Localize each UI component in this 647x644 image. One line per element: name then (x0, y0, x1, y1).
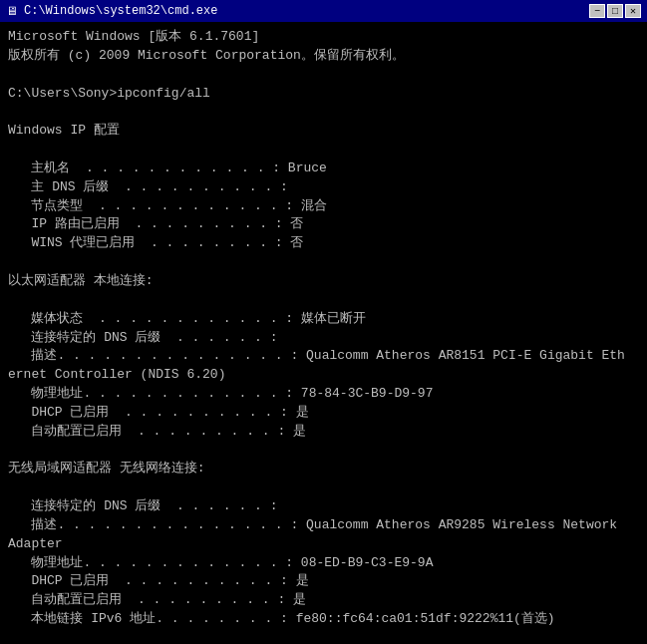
line-13 (8, 253, 639, 272)
line-24: 无线局域网适配器 无线网络连接: (8, 460, 639, 479)
ipv4-line: IPv4 地址 . . . . . . . . . . . : 192.168.… (8, 629, 639, 644)
line-32: 本地链接 IPv6 地址. . . . . . . . : fe80::fc64… (8, 610, 639, 629)
line-31: 自动配置已启用 . . . . . . . . . : 是 (8, 591, 639, 610)
title-bar: 🖥 C:\Windows\system32\cmd.exe − □ ✕ (0, 0, 647, 22)
line-27: 描述. . . . . . . . . . . . . . . : Qualco… (8, 516, 639, 535)
line-16: 媒体状态 . . . . . . . . . . . . : 媒体已断开 (8, 310, 639, 329)
minimize-button[interactable]: − (589, 4, 605, 18)
restore-button[interactable]: □ (607, 4, 623, 18)
line-5 (8, 103, 639, 122)
title-bar-left: 🖥 C:\Windows\system32\cmd.exe (6, 4, 217, 19)
cmd-window: Microsoft Windows [版本 6.1.7601] 版权所有 (c)… (0, 22, 647, 644)
line-10: 节点类型 . . . . . . . . . . . . : 混合 (8, 197, 639, 216)
line-29: 物理地址. . . . . . . . . . . . . : 08-ED-B9… (8, 554, 639, 573)
line-17: 连接特定的 DNS 后缀 . . . . . . : (8, 329, 639, 348)
line-7 (8, 141, 639, 160)
line-28: Adapter (8, 535, 639, 554)
line-4: C:\Users\Sony>ipconfig/all (8, 85, 639, 104)
line-9: 主 DNS 后缀 . . . . . . . . . . : (8, 178, 639, 197)
line-22: 自动配置已启用 . . . . . . . . . : 是 (8, 423, 639, 442)
line-8: 主机名 . . . . . . . . . . . . : Bruce (8, 160, 639, 178)
line-25 (8, 479, 639, 497)
line-2: 版权所有 (c) 2009 Microsoft Corporation。保留所有… (8, 47, 639, 66)
line-14: 以太网适配器 本地连接: (8, 272, 639, 291)
line-18: 描述. . . . . . . . . . . . . . . : Qualco… (8, 347, 639, 366)
line-20: 物理地址. . . . . . . . . . . . . : 78-84-3C… (8, 385, 639, 404)
line-15 (8, 291, 639, 310)
line-12: WINS 代理已启用 . . . . . . . . : 否 (8, 234, 639, 253)
line-21: DHCP 已启用 . . . . . . . . . . : 是 (8, 404, 639, 423)
line-11: IP 路由已启用 . . . . . . . . . : 否 (8, 215, 639, 234)
window-title: C:\Windows\system32\cmd.exe (24, 4, 217, 18)
line-23 (8, 442, 639, 461)
line-6: Windows IP 配置 (8, 122, 639, 141)
cmd-icon: 🖥 (6, 4, 18, 19)
close-button[interactable]: ✕ (625, 4, 641, 18)
line-19: ernet Controller (NDIS 6.20) (8, 366, 639, 385)
line-30: DHCP 已启用 . . . . . . . . . . : 是 (8, 572, 639, 591)
line-3 (8, 66, 639, 85)
line-26: 连接特定的 DNS 后缀 . . . . . . : (8, 497, 639, 516)
line-1: Microsoft Windows [版本 6.1.7601] (8, 28, 639, 47)
title-bar-controls: − □ ✕ (589, 4, 641, 18)
